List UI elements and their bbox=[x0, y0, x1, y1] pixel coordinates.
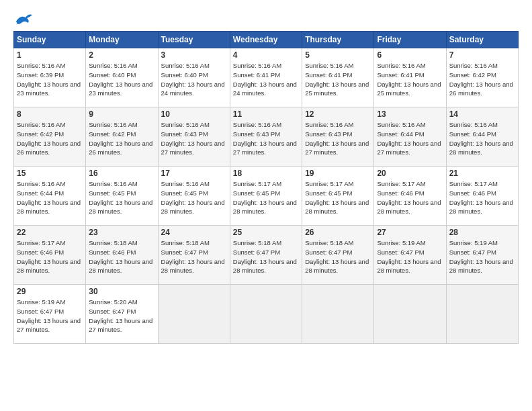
calendar-cell: 24Sunrise: 5:18 AMSunset: 6:47 PMDayligh… bbox=[158, 226, 230, 285]
day-number: 22 bbox=[17, 228, 83, 237]
day-info: Sunrise: 5:16 AMSunset: 6:43 PMDaylight:… bbox=[305, 121, 369, 156]
calendar-cell: 22Sunrise: 5:17 AMSunset: 6:46 PMDayligh… bbox=[14, 226, 86, 285]
day-number: 16 bbox=[89, 169, 154, 178]
day-info: Sunrise: 5:16 AMSunset: 6:40 PMDaylight:… bbox=[161, 62, 225, 97]
day-number: 30 bbox=[89, 287, 154, 296]
day-info: Sunrise: 5:16 AMSunset: 6:44 PMDaylight:… bbox=[17, 180, 81, 215]
day-number: 1 bbox=[17, 50, 83, 60]
calendar-cell: 17Sunrise: 5:16 AMSunset: 6:45 PMDayligh… bbox=[158, 167, 230, 226]
calendar-cell: 1Sunrise: 5:16 AMSunset: 6:39 PMDaylight… bbox=[14, 48, 86, 107]
calendar-cell: 12Sunrise: 5:16 AMSunset: 6:43 PMDayligh… bbox=[302, 107, 374, 167]
day-number: 5 bbox=[305, 50, 371, 60]
day-number: 25 bbox=[233, 228, 299, 237]
calendar-week-1: 1Sunrise: 5:16 AMSunset: 6:39 PMDaylight… bbox=[14, 48, 519, 107]
day-info: Sunrise: 5:17 AMSunset: 6:46 PMDaylight:… bbox=[377, 180, 441, 215]
day-info: Sunrise: 5:16 AMSunset: 6:44 PMDaylight:… bbox=[377, 121, 441, 156]
day-info: Sunrise: 5:16 AMSunset: 6:43 PMDaylight:… bbox=[233, 121, 297, 156]
calendar-cell: 23Sunrise: 5:18 AMSunset: 6:46 PMDayligh… bbox=[86, 226, 158, 285]
header-sunday: Sunday bbox=[14, 32, 86, 48]
day-number: 8 bbox=[17, 109, 83, 119]
day-number: 12 bbox=[305, 109, 371, 119]
day-info: Sunrise: 5:16 AMSunset: 6:41 PMDaylight:… bbox=[377, 62, 441, 97]
day-info: Sunrise: 5:19 AMSunset: 6:47 PMDaylight:… bbox=[377, 239, 441, 274]
day-info: Sunrise: 5:19 AMSunset: 6:47 PMDaylight:… bbox=[449, 239, 513, 274]
header-friday: Friday bbox=[374, 32, 446, 48]
calendar-week-3: 15Sunrise: 5:16 AMSunset: 6:44 PMDayligh… bbox=[14, 167, 519, 226]
day-info: Sunrise: 5:18 AMSunset: 6:47 PMDaylight:… bbox=[161, 239, 225, 274]
day-info: Sunrise: 5:16 AMSunset: 6:42 PMDaylight:… bbox=[17, 121, 81, 156]
calendar-cell: 25Sunrise: 5:18 AMSunset: 6:47 PMDayligh… bbox=[230, 226, 302, 285]
calendar-cell bbox=[374, 285, 446, 344]
day-number: 19 bbox=[305, 169, 371, 178]
calendar-cell bbox=[446, 285, 518, 344]
day-number: 27 bbox=[377, 228, 443, 237]
day-info: Sunrise: 5:19 AMSunset: 6:47 PMDaylight:… bbox=[17, 298, 81, 333]
day-number: 4 bbox=[233, 50, 299, 60]
calendar-table: Sunday Monday Tuesday Wednesday Thursday… bbox=[13, 31, 519, 344]
day-number: 26 bbox=[305, 228, 371, 237]
header bbox=[13, 12, 519, 24]
calendar-cell: 21Sunrise: 5:17 AMSunset: 6:46 PMDayligh… bbox=[446, 167, 518, 226]
calendar-cell: 13Sunrise: 5:16 AMSunset: 6:44 PMDayligh… bbox=[374, 107, 446, 167]
calendar-week-5: 29Sunrise: 5:19 AMSunset: 6:47 PMDayligh… bbox=[14, 285, 519, 344]
day-info: Sunrise: 5:17 AMSunset: 6:45 PMDaylight:… bbox=[305, 180, 369, 215]
calendar-cell: 7Sunrise: 5:16 AMSunset: 6:42 PMDaylight… bbox=[446, 48, 518, 107]
day-info: Sunrise: 5:16 AMSunset: 6:40 PMDaylight:… bbox=[89, 62, 152, 97]
day-number: 20 bbox=[377, 169, 443, 178]
day-info: Sunrise: 5:18 AMSunset: 6:46 PMDaylight:… bbox=[89, 239, 152, 274]
calendar-cell: 19Sunrise: 5:17 AMSunset: 6:45 PMDayligh… bbox=[302, 167, 374, 226]
day-info: Sunrise: 5:20 AMSunset: 6:47 PMDaylight:… bbox=[89, 298, 152, 333]
day-info: Sunrise: 5:16 AMSunset: 6:42 PMDaylight:… bbox=[449, 62, 513, 97]
header-thursday: Thursday bbox=[302, 32, 374, 48]
day-info: Sunrise: 5:16 AMSunset: 6:44 PMDaylight:… bbox=[449, 121, 513, 156]
day-number: 21 bbox=[449, 169, 515, 178]
day-info: Sunrise: 5:18 AMSunset: 6:47 PMDaylight:… bbox=[233, 239, 297, 274]
calendar-week-4: 22Sunrise: 5:17 AMSunset: 6:46 PMDayligh… bbox=[14, 226, 519, 285]
calendar-cell: 18Sunrise: 5:17 AMSunset: 6:45 PMDayligh… bbox=[230, 167, 302, 226]
header-wednesday: Wednesday bbox=[230, 32, 302, 48]
day-info: Sunrise: 5:16 AMSunset: 6:45 PMDaylight:… bbox=[89, 180, 152, 215]
day-number: 13 bbox=[377, 109, 443, 119]
calendar-cell: 20Sunrise: 5:17 AMSunset: 6:46 PMDayligh… bbox=[374, 167, 446, 226]
day-info: Sunrise: 5:16 AMSunset: 6:39 PMDaylight:… bbox=[17, 62, 81, 97]
day-info: Sunrise: 5:16 AMSunset: 6:45 PMDaylight:… bbox=[161, 180, 225, 215]
day-number: 3 bbox=[161, 50, 227, 60]
day-number: 2 bbox=[89, 50, 154, 60]
weekday-header-row: Sunday Monday Tuesday Wednesday Thursday… bbox=[14, 32, 519, 48]
calendar-cell bbox=[158, 285, 230, 344]
logo-bird-icon bbox=[15, 12, 34, 27]
day-number: 28 bbox=[449, 228, 515, 237]
day-info: Sunrise: 5:17 AMSunset: 6:46 PMDaylight:… bbox=[17, 239, 81, 274]
calendar-cell bbox=[230, 285, 302, 344]
calendar-cell: 10Sunrise: 5:16 AMSunset: 6:43 PMDayligh… bbox=[158, 107, 230, 167]
calendar-cell: 14Sunrise: 5:16 AMSunset: 6:44 PMDayligh… bbox=[446, 107, 518, 167]
day-number: 18 bbox=[233, 169, 299, 178]
day-number: 14 bbox=[449, 109, 515, 119]
day-number: 9 bbox=[89, 109, 154, 119]
calendar-cell bbox=[302, 285, 374, 344]
logo bbox=[13, 12, 34, 24]
calendar-cell: 2Sunrise: 5:16 AMSunset: 6:40 PMDaylight… bbox=[86, 48, 158, 107]
calendar-week-2: 8Sunrise: 5:16 AMSunset: 6:42 PMDaylight… bbox=[14, 107, 519, 167]
day-info: Sunrise: 5:16 AMSunset: 6:41 PMDaylight:… bbox=[233, 62, 297, 97]
calendar-cell: 28Sunrise: 5:19 AMSunset: 6:47 PMDayligh… bbox=[446, 226, 518, 285]
header-tuesday: Tuesday bbox=[158, 32, 230, 48]
day-info: Sunrise: 5:17 AMSunset: 6:46 PMDaylight:… bbox=[449, 180, 513, 215]
day-number: 24 bbox=[161, 228, 227, 237]
calendar-cell: 26Sunrise: 5:18 AMSunset: 6:47 PMDayligh… bbox=[302, 226, 374, 285]
day-number: 23 bbox=[89, 228, 154, 237]
day-number: 6 bbox=[377, 50, 443, 60]
page: Sunday Monday Tuesday Wednesday Thursday… bbox=[0, 0, 532, 411]
calendar-cell: 6Sunrise: 5:16 AMSunset: 6:41 PMDaylight… bbox=[374, 48, 446, 107]
day-number: 7 bbox=[449, 50, 515, 60]
day-number: 10 bbox=[161, 109, 227, 119]
calendar-cell: 8Sunrise: 5:16 AMSunset: 6:42 PMDaylight… bbox=[14, 107, 86, 167]
day-number: 15 bbox=[17, 169, 83, 178]
calendar-cell: 27Sunrise: 5:19 AMSunset: 6:47 PMDayligh… bbox=[374, 226, 446, 285]
day-info: Sunrise: 5:16 AMSunset: 6:42 PMDaylight:… bbox=[89, 121, 152, 156]
day-number: 11 bbox=[233, 109, 299, 119]
header-saturday: Saturday bbox=[446, 32, 518, 48]
calendar-cell: 11Sunrise: 5:16 AMSunset: 6:43 PMDayligh… bbox=[230, 107, 302, 167]
day-info: Sunrise: 5:16 AMSunset: 6:41 PMDaylight:… bbox=[305, 62, 369, 97]
day-info: Sunrise: 5:16 AMSunset: 6:43 PMDaylight:… bbox=[161, 121, 225, 156]
